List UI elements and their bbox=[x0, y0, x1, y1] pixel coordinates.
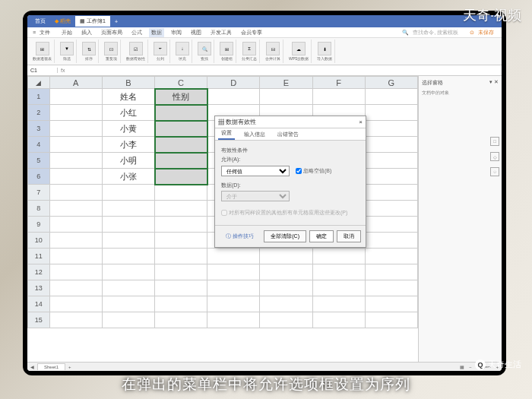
col-header-e[interactable]: E bbox=[260, 77, 312, 89]
ribbon-consolidate[interactable]: ⊟ bbox=[266, 42, 280, 55]
tab-add[interactable]: + bbox=[110, 17, 122, 26]
ignore-blank-checkbox[interactable] bbox=[296, 168, 302, 174]
menu-dev[interactable]: 开发工具 bbox=[208, 28, 234, 37]
unsaved-badge: ⊙ 未保存 bbox=[467, 28, 499, 37]
data-validation-dialog: ▦ 数据有效性 × 设置 输入信息 出错警告 有效性条件 允许(A): 任何 bbox=[214, 116, 366, 248]
menu-data[interactable]: 数据 bbox=[149, 28, 164, 37]
tablet-frame: 首页 ◆ 稻壳 ▦ 工作簿1 + — □ ✕ ≡ 文件 开始 插入 页面布局 公… bbox=[23, 11, 506, 375]
ribbon-wps[interactable]: ☁ bbox=[292, 42, 306, 55]
ribbon-subtotal[interactable]: Σ bbox=[242, 42, 256, 55]
row-header[interactable]: 12 bbox=[28, 264, 50, 280]
row-header[interactable]: 2 bbox=[28, 105, 50, 121]
ribbon-filter[interactable]: ▼ bbox=[60, 42, 74, 55]
ribbon-split[interactable]: ⫟ bbox=[154, 42, 167, 55]
col-header-d[interactable]: D bbox=[207, 77, 260, 89]
menu-page[interactable]: 页面布局 bbox=[99, 28, 125, 37]
row-header[interactable]: 3 bbox=[28, 121, 50, 137]
screen: 首页 ◆ 稻壳 ▦ 工作簿1 + — □ ✕ ≡ 文件 开始 插入 页面布局 公… bbox=[27, 15, 502, 371]
tab-error-alert[interactable]: 出错警告 bbox=[274, 129, 302, 140]
search-hint[interactable]: 🔍 查找命令, 搜索模板 bbox=[400, 28, 463, 37]
menu-insert[interactable]: 插入 bbox=[79, 28, 94, 37]
sheet-add[interactable]: + bbox=[68, 365, 71, 369]
cancel-button[interactable]: 取消 bbox=[337, 230, 361, 242]
menu-review[interactable]: 审阅 bbox=[169, 28, 184, 37]
allow-label: 允许(A): bbox=[221, 156, 359, 163]
watermark-brand2: Q天奇生活 bbox=[475, 359, 521, 370]
selection-pane: 选择窗格 ▾ ✕ 文档中的对象 □ ◇ ○ bbox=[418, 76, 502, 362]
zoom-out[interactable]: − bbox=[469, 365, 472, 369]
sheet-nav-prev[interactable]: ◀ bbox=[30, 364, 34, 369]
ribbon-import[interactable]: ⬇ bbox=[318, 42, 331, 55]
view-normal-icon[interactable]: ▦ bbox=[460, 364, 464, 369]
row-header[interactable]: 1 bbox=[28, 89, 50, 105]
sidepanel-text: 文档中的对象 bbox=[422, 90, 499, 97]
data-label: 数据(D): bbox=[221, 182, 359, 189]
dialog-title: ▦ 数据有效性 bbox=[218, 118, 256, 126]
row-header[interactable]: 13 bbox=[28, 280, 50, 296]
row-header[interactable]: 11 bbox=[28, 249, 50, 264]
col-header-c[interactable]: C bbox=[155, 77, 207, 89]
menu-member[interactable]: 会员专享 bbox=[239, 28, 264, 37]
menu-file[interactable]: ≡ 文件 bbox=[30, 28, 55, 37]
ribbon-fill[interactable]: ↓ bbox=[176, 42, 189, 55]
help-button[interactable]: ⓘ 操作技巧 bbox=[220, 230, 260, 242]
sidepanel-close[interactable]: ▾ ✕ bbox=[489, 79, 499, 87]
side-icon-3[interactable]: ○ bbox=[490, 167, 499, 176]
row-header[interactable]: 15 bbox=[28, 312, 50, 328]
select-all[interactable]: ◢ bbox=[28, 77, 50, 89]
formula-bar: C1 fx bbox=[27, 65, 502, 76]
side-icon-2[interactable]: ◇ bbox=[490, 152, 499, 161]
row-header[interactable]: 6 bbox=[28, 169, 50, 185]
side-icon-1[interactable]: □ bbox=[490, 137, 499, 146]
watermark-brand: 天奇·视频 bbox=[463, 6, 521, 24]
col-header-f[interactable]: F bbox=[312, 77, 365, 89]
titlebar: 首页 ◆ 稻壳 ▦ 工作簿1 + — □ ✕ bbox=[27, 15, 502, 27]
row-header[interactable]: 14 bbox=[28, 296, 50, 312]
row-header[interactable]: 7 bbox=[28, 185, 50, 201]
dialog-close-button[interactable]: × bbox=[359, 119, 363, 125]
ribbon-pivot[interactable]: ⊞ bbox=[36, 42, 49, 55]
menu-view[interactable]: 视图 bbox=[188, 28, 204, 37]
data-select: 介于 bbox=[221, 191, 290, 201]
fx-icon[interactable]: fx bbox=[58, 68, 68, 73]
sidepanel-title: 选择窗格 bbox=[422, 79, 443, 87]
col-header-g[interactable]: G bbox=[365, 77, 417, 89]
ribbon-dup[interactable]: ⊡ bbox=[104, 42, 118, 55]
statusbar: ◀ Sheet1 + ▦ − ━━●━━ + bbox=[27, 362, 502, 371]
menu-formula[interactable]: 公式 bbox=[129, 28, 144, 37]
ribbon: ⊞数据透视表 ▼筛选 ⇅排序 ⊡重复项 ☑数据有效性 ⫟分列 ↓填充 🔍查找 ⊞… bbox=[27, 38, 502, 65]
col-header-b[interactable]: B bbox=[102, 77, 154, 89]
ribbon-find[interactable]: 🔍 bbox=[198, 42, 211, 55]
ribbon-sort[interactable]: ⇅ bbox=[82, 42, 96, 55]
row-header[interactable]: 8 bbox=[28, 201, 50, 217]
dialog-tabs: 设置 输入信息 出错警告 bbox=[215, 128, 366, 141]
ribbon-group[interactable]: ⊞ bbox=[220, 42, 233, 55]
spreadsheet[interactable]: ◢ A B C D E F G 1姓名性别 2小红 3小黄 4小李 5小明 6小… bbox=[27, 76, 418, 362]
cell-reference[interactable]: C1 bbox=[27, 68, 58, 73]
tab-daoke[interactable]: ◆ 稻壳 bbox=[50, 16, 75, 27]
row-header[interactable]: 10 bbox=[28, 233, 50, 249]
menu-start[interactable]: 开始 bbox=[59, 28, 74, 37]
apply-same-checkbox bbox=[221, 210, 227, 216]
clear-all-button[interactable]: 全部清除(C) bbox=[264, 230, 306, 242]
ribbon-validate[interactable]: ☑ bbox=[129, 42, 143, 55]
tab-workbook[interactable]: ▦ 工作簿1 bbox=[75, 16, 110, 27]
col-header-a[interactable]: A bbox=[49, 77, 102, 89]
sheet-tab[interactable]: Sheet1 bbox=[37, 363, 65, 370]
row-header[interactable]: 4 bbox=[28, 137, 50, 153]
tab-home[interactable]: 首页 bbox=[30, 16, 50, 27]
ok-button[interactable]: 确定 bbox=[309, 230, 334, 242]
row-header[interactable]: 9 bbox=[28, 217, 50, 233]
video-subtitle: 在弹出的菜单栏中将允许选项框设置为序列 bbox=[0, 375, 532, 394]
tab-input-message[interactable]: 输入信息 bbox=[241, 129, 268, 140]
tab-settings[interactable]: 设置 bbox=[218, 128, 235, 140]
allow-select[interactable]: 任何值 bbox=[221, 166, 290, 176]
section-label: 有效性条件 bbox=[221, 147, 359, 154]
row-header[interactable]: 5 bbox=[28, 153, 50, 169]
menubar: ≡ 文件 开始 插入 页面布局 公式 数据 审阅 视图 开发工具 会员专享 🔍 … bbox=[27, 27, 502, 38]
